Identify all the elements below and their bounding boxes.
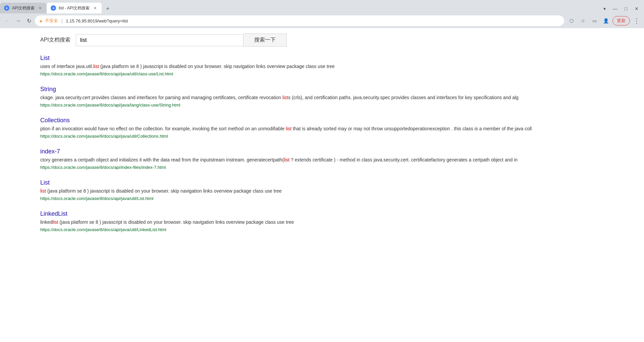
result-desc-2: ckage. java.security.cert provides class… [40, 94, 604, 101]
window-controls: ▾ — □ ✕ [600, 4, 644, 13]
back-button[interactable]: ← [3, 16, 12, 25]
result-item-6: LinkedList linkedlist (java platform se … [40, 210, 604, 232]
maximize-button[interactable]: □ [621, 4, 631, 13]
highlight-2: list [282, 95, 288, 100]
result-item-2: String ckage. java.security.cert provide… [40, 86, 604, 108]
result-item-1: List uses of interface java.util.list (j… [40, 55, 604, 76]
address-right-actions: ⬡ ☆ ▭ 👤 更新 ⋮ [567, 16, 641, 25]
close-window-button[interactable]: ✕ [632, 4, 641, 13]
bookmark-button[interactable]: ☆ [578, 16, 588, 25]
result-title-4[interactable]: index-7 [40, 148, 60, 155]
screen-cast-button[interactable]: ⬡ [567, 16, 576, 25]
result-desc-6: linkedlist (java platform se 8 ) javascr… [40, 219, 604, 226]
result-title-2[interactable]: String [40, 86, 56, 92]
new-tab-button[interactable]: + [103, 4, 112, 13]
tab-bar: ● API文档搜索 ✕ ● list - API文档搜索 ✕ + ▾ — □ ✕ [0, 0, 644, 13]
result-url-1[interactable]: https://docs.oracle.com/javase/8/docs/ap… [40, 71, 604, 76]
result-title-5[interactable]: List [40, 179, 50, 186]
highlight-4: list [284, 157, 289, 162]
results-container: List uses of interface java.util.list (j… [40, 55, 604, 232]
tab-1-close[interactable]: ✕ [37, 5, 43, 11]
result-desc-1: uses of interface java.util.list (java p… [40, 63, 604, 70]
menu-button[interactable]: ⋮ [632, 16, 641, 25]
tab-2[interactable]: ● list - API文档搜索 ✕ [47, 3, 102, 13]
minimize-button[interactable]: — [610, 4, 620, 13]
result-title-3[interactable]: Collections [40, 117, 70, 124]
result-url-4[interactable]: https://docs.oracle.com/javase/8/docs/ap… [40, 165, 604, 170]
profile-button[interactable]: 👤 [601, 16, 610, 25]
tab-2-title: list - API文档搜索 [59, 5, 90, 11]
result-url-6[interactable]: https://docs.oracle.com/javase/8/docs/ap… [40, 227, 604, 232]
address-text: 1.15.76.95:8019/web?query=list [66, 18, 560, 23]
tab-2-favicon: ● [51, 5, 56, 11]
browser-chrome: ● API文档搜索 ✕ ● list - API文档搜索 ✕ + ▾ — □ ✕… [0, 0, 644, 28]
update-button[interactable]: 更新 [612, 16, 630, 25]
result-title-6[interactable]: LinkedList [40, 210, 67, 217]
result-desc-3: ption if an invocation would have no eff… [40, 125, 604, 132]
tab-1[interactable]: ● API文档搜索 ✕ [0, 3, 47, 13]
search-input[interactable] [76, 34, 244, 46]
result-item-3: Collections ption if an invocation would… [40, 117, 604, 139]
highlight-6: list [53, 219, 58, 225]
result-url-2[interactable]: https://docs.oracle.com/javase/8/docs/ap… [40, 102, 604, 108]
security-warning-icon: ▲ [39, 18, 43, 23]
refresh-button[interactable]: ↻ [24, 16, 34, 25]
highlight-1: list [93, 64, 99, 69]
security-warning-text: 不安全 [45, 18, 58, 24]
search-button[interactable]: 搜索一下 [244, 33, 287, 47]
address-input-wrap[interactable]: ▲ 不安全 | 1.15.76.95:8019/web?query=list [35, 15, 564, 26]
address-bar: ← → ↻ ▲ 不安全 | 1.15.76.95:8019/web?query=… [0, 13, 644, 28]
forward-button[interactable]: → [13, 16, 23, 25]
result-item-4: index-7 ctory generates a certpath objec… [40, 148, 604, 170]
search-bar: API文档搜索 搜索一下 [40, 33, 604, 47]
side-panel-button[interactable]: ▭ [590, 16, 599, 25]
separator: | [61, 18, 63, 23]
tab-list-button[interactable]: ▾ [600, 4, 609, 13]
result-title-1[interactable]: List [40, 55, 50, 61]
search-label: API文档搜索 [40, 37, 70, 44]
tab-1-title: API文档搜索 [12, 5, 35, 11]
result-url-3[interactable]: https://docs.oracle.com/javase/8/docs/ap… [40, 134, 604, 139]
highlight-5: list [40, 188, 46, 194]
result-item-5: List list (java platform se 8 ) javascri… [40, 179, 604, 201]
page-content: API文档搜索 搜索一下 List uses of interface java… [0, 28, 644, 247]
result-desc-5: list (java platform se 8 ) javascript is… [40, 188, 604, 195]
result-desc-4: ctory generates a certpath object and in… [40, 156, 604, 163]
tab-2-close[interactable]: ✕ [92, 5, 98, 11]
tab-1-favicon: ● [4, 5, 9, 11]
highlight-3: list [286, 126, 291, 131]
result-url-5[interactable]: https://docs.oracle.com/javase/8/docs/ap… [40, 196, 604, 201]
